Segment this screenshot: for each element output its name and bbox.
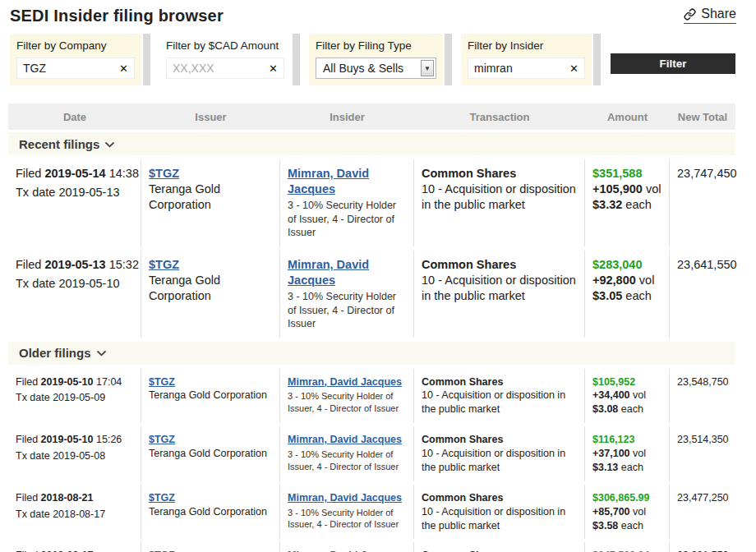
share-label: Share [701,7,736,21]
chevron-down-icon: ▼ [421,60,434,76]
filing-type-select[interactable]: All Buys & Sells ▼ [316,58,436,79]
filter-amount-box: Filter by $CAD Amount ✕ [159,34,291,85]
filter-button[interactable]: Filter [611,53,735,74]
insider-link[interactable]: Mimran, David Jacques [288,166,406,197]
table-row: Filed 2019-05-10 15:26 Tx date 2019-05-0… [8,426,735,481]
insider-link[interactable]: Mimran, David Jacques [288,549,402,552]
security-name: Common Shares [422,375,577,389]
transaction-type: 10 - Acquisition or disposition in the p… [422,389,577,416]
issuer-cell: $TGZ Teranga Gold Corporation [141,542,280,552]
insider-roles: 3 - 10% Security Holder of Issuer, 4 - D… [288,199,406,240]
amount-value: $283,040 [592,257,662,273]
new-total-cell: 23,747,450 [670,159,744,246]
insider-link[interactable]: Mimran, David Jacques [288,491,402,505]
filter-company-box: Filter by Company ✕ [10,34,141,85]
insider-link[interactable]: Mimran, David Jacques [288,375,402,389]
top-bar: SEDI Insider filing browser Share [0,0,756,25]
date-cell: Filed 2019-05-14 14:38 Tx date 2019-05-1… [8,159,141,246]
table-header: Date Issuer Insider Transaction Amount N… [8,104,735,130]
insider-cell: Mimran, David Jacques 3 - 10% Security H… [280,251,414,338]
transaction-type: 10 - Acquisition or disposition in the p… [422,447,577,475]
section-header[interactable]: Older filings [8,342,735,365]
new-total-cell: 23,477,250 [670,485,736,540]
issuer-name: Teranga Gold Corporation [149,389,272,402]
transaction-type: 10 - Acquisition or disposition in the p… [422,182,577,213]
insider-cell: Mimran, David Jacques 3 - 10% Security H… [280,369,414,424]
page-title: SEDI Insider filing browser [10,7,224,25]
filings-table: Date Issuer Insider Transaction Amount N… [8,104,735,552]
section-header[interactable]: Recent filings [8,132,735,155]
new-total-cell: 23,514,350 [670,426,736,481]
table-row: Filed 2018-08-21 Tx date 2018-08-17 $TGZ… [8,485,735,540]
page: SEDI Insider filing browser Share Filter… [0,0,756,552]
amount-cell: $105,952 +34,400 vol $3.08 each [585,369,670,424]
transaction-cell: Common Shares 10 - Acquisition or dispos… [414,251,585,338]
column-header-new-total: New Total [670,111,735,123]
table-body: Recent filings Filed 2019-05-14 14:38 Tx… [8,132,735,552]
column-header-insider: Insider [280,111,414,123]
security-name: Common Shares [422,549,577,552]
security-name: Common Shares [422,433,577,447]
insider-roles: 3 - 10% Security Holder of Issuer, 4 - D… [288,448,406,473]
clear-amount-icon[interactable]: ✕ [269,63,278,74]
filter-amount-label: Filter by $CAD Amount [166,39,284,52]
new-total-cell: 23,641,550 [670,251,744,338]
issuer-name: Teranga Gold Corporation [149,182,272,213]
insider-link[interactable]: Mimran, David Jacques [288,257,406,288]
filter-insider-box: Filter by Insider ✕ [461,34,592,85]
issuer-cell: $TGZ Teranga Gold Corporation [141,485,280,540]
transaction-cell: Common Shares 10 - Acquisition or dispos… [414,542,585,552]
amount-value: $351,588 [592,166,662,182]
link-icon [684,8,696,21]
ticker-link[interactable]: $TGZ [149,257,179,273]
new-total-cell: 23,391,550 [670,542,736,552]
amount-cell: $306,865.99 +85,700 vol $3.58 each [585,485,670,540]
insider-cell: Mimran, David Jacques 3 - 10% Security H… [280,542,414,552]
insider-cell: Mimran, David Jacques 3 - 10% Security H… [280,485,414,540]
insider-cell: Mimran, David Jacques 3 - 10% Security H… [280,159,414,246]
issuer-name: Teranga Gold Corporation [149,273,272,304]
table-row: Filed 2018-08-17 Tx date 2018-08-17 $TGZ… [8,542,735,552]
date-cell: Filed 2019-05-10 17:04 Tx date 2019-05-0… [8,369,141,424]
ticker-link[interactable]: $TGZ [149,166,179,182]
amount-value: $306,865.99 [592,491,662,505]
insider-roles: 3 - 10% Security Holder of Issuer, 4 - D… [288,390,406,415]
amount-cell: $351,588 +105,900 vol $3.32 each [585,159,670,246]
table-row: Filed 2019-05-14 14:38 Tx date 2019-05-1… [8,159,735,246]
chevron-down-icon [105,142,114,148]
issuer-cell: $TGZ Teranga Gold Corporation [141,369,280,424]
column-header-amount: Amount [585,111,670,123]
table-row: Filed 2019-05-10 17:04 Tx date 2019-05-0… [8,369,735,424]
amount-value: $105,952 [592,375,662,389]
filter-filing-type-box: Filter by Filing Type All Buys & Sells ▼ [309,34,443,85]
ticker-link[interactable]: $TGZ [149,375,175,389]
amount-cell: $116,123 +37,100 vol $3.13 each [585,426,670,481]
chevron-down-icon [97,351,106,356]
amount-value: $247,529.34 [592,549,662,552]
company-input[interactable] [23,62,119,75]
transaction-cell: Common Shares 10 - Acquisition or dispos… [414,369,585,424]
filing-type-value: All Buys & Sells [323,62,403,75]
issuer-name: Teranga Gold Corporation [149,447,272,461]
column-header-issuer: Issuer [141,111,280,123]
insider-roles: 3 - 10% Security Holder of Issuer, 4 - D… [288,507,406,531]
column-header-date: Date [8,111,141,123]
filter-bar: Filter by Company ✕ Filter by $CAD Amoun… [10,34,756,85]
filter-company-label: Filter by Company [16,39,135,52]
insider-input[interactable] [474,62,569,75]
issuer-name: Teranga Gold Corporation [149,505,272,519]
date-cell: Filed 2019-05-10 15:26 Tx date 2019-05-0… [8,426,141,481]
section-label: Older filings [19,346,91,360]
ticker-link[interactable]: $TGZ [149,491,175,505]
insider-roles: 3 - 10% Security Holder of Issuer, 4 - D… [288,290,406,331]
issuer-cell: $TGZ Teranga Gold Corporation [141,251,280,338]
insider-link[interactable]: Mimran, David Jacques [288,433,402,447]
new-total-cell: 23,548,750 [670,369,736,424]
clear-insider-icon[interactable]: ✕ [569,63,579,74]
ticker-link[interactable]: $TGZ [149,433,175,447]
share-link[interactable]: Share [684,7,736,24]
clear-company-icon[interactable]: ✕ [119,63,128,74]
filter-insider-label: Filter by Insider [468,39,585,52]
amount-input[interactable] [173,62,269,75]
ticker-link[interactable]: $TGZ [149,549,175,552]
